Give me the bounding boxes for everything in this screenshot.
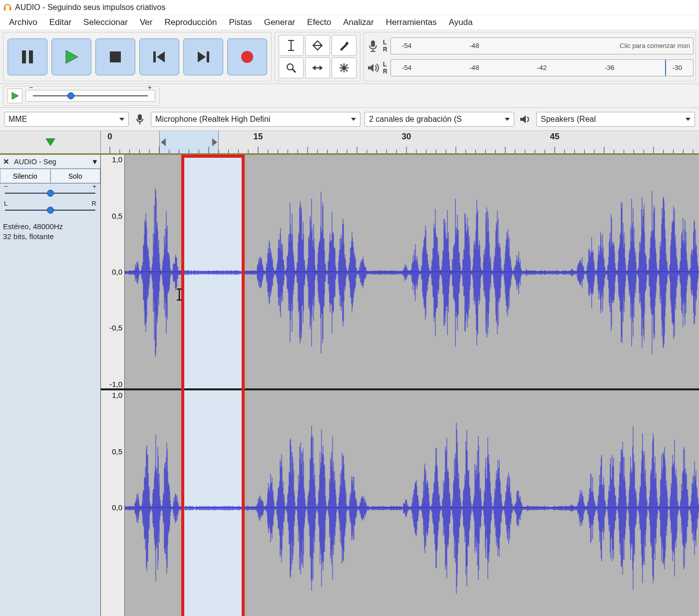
- pan-left-label: L: [4, 200, 7, 207]
- draw-tool-icon[interactable]: [332, 35, 356, 56]
- waveform-lane-left[interactable]: 1,00,50,0-0,5-1,0: [101, 155, 699, 390]
- pan-right-label: R: [92, 200, 96, 207]
- vertical-scale[interactable]: 1,00,50,0: [101, 390, 125, 616]
- microphone-icon[interactable]: [366, 39, 380, 53]
- multi-tool-icon[interactable]: [332, 57, 356, 78]
- ruler-tick-label: 45: [550, 132, 560, 142]
- svg-point-17: [287, 64, 293, 70]
- waveform-canvas[interactable]: [125, 155, 699, 388]
- track-info-line: 32 bits, flotante: [3, 232, 97, 242]
- play-tick: -36: [605, 64, 615, 71]
- svg-line-18: [293, 69, 296, 72]
- svg-rect-5: [110, 51, 121, 62]
- svg-marker-20: [313, 65, 316, 70]
- recording-device-select[interactable]: Microphone (Realtek High Defini: [151, 112, 360, 127]
- rec-meter-hint: Clic para comenzar mon: [391, 38, 693, 54]
- recording-meter[interactable]: -54 -48 -42-36-30 Clic para comenzar mon: [390, 37, 694, 54]
- svg-marker-21: [320, 65, 323, 70]
- track-format-info: Estéreo, 48000Hz 32 bits, flotante: [0, 218, 100, 246]
- play-tick: -42: [537, 64, 547, 71]
- menu-seleccionar[interactable]: Seleccionar: [77, 16, 134, 29]
- play-at-speed-button[interactable]: [7, 88, 22, 103]
- window-title: AUDIO - Seguindo seus impulsos criativos: [15, 3, 165, 12]
- menu-herramientas[interactable]: Herramientas: [380, 16, 443, 29]
- playback-device-value: Speakers (Real: [541, 115, 596, 124]
- window-titlebar: AUDIO - Seguindo seus impulsos criativos: [0, 0, 699, 15]
- record-button[interactable]: [227, 38, 267, 75]
- menu-reproduccion[interactable]: Reproducción: [158, 16, 223, 29]
- tracks-area: ✕ AUDIO - Seg ▼ Silencio Solo − + L R Es…: [0, 154, 699, 616]
- ruler-tick-label: 15: [254, 132, 263, 142]
- recording-meter-row: LR -54 -48 -42-36-30 Clic para comenzar …: [366, 35, 694, 56]
- vertical-scale[interactable]: 1,00,50,0-0,5-1,0: [101, 155, 125, 388]
- menu-efecto[interactable]: Efecto: [301, 16, 337, 29]
- stop-button[interactable]: [95, 38, 135, 75]
- envelope-tool-icon[interactable]: [305, 35, 330, 56]
- speaker-icon[interactable]: [366, 61, 380, 75]
- menu-archivo[interactable]: Archivo: [3, 16, 43, 29]
- play-tick: -48: [469, 64, 479, 71]
- track-name-label[interactable]: AUDIO - Seg: [12, 158, 89, 166]
- audio-host-select[interactable]: MME: [4, 112, 129, 127]
- svg-marker-8: [198, 51, 206, 62]
- mute-button[interactable]: Silencio: [0, 169, 50, 183]
- menu-pistas[interactable]: Pistas: [223, 16, 258, 29]
- skip-start-button[interactable]: [139, 38, 179, 75]
- svg-rect-6: [153, 51, 156, 62]
- svg-rect-9: [207, 51, 209, 62]
- recording-device-value: Microphone (Realtek High Defini: [155, 115, 270, 124]
- waveform-lanes[interactable]: 1,00,50,0-0,5-1,0 1,00,50,0: [101, 155, 699, 616]
- main-toolbar-row: LR -54 -48 -42-36-30 Clic para comenzar …: [0, 30, 699, 84]
- speaker-icon: [518, 112, 532, 126]
- play-meter-peak-indicator: [663, 60, 668, 76]
- svg-rect-1: [9, 7, 11, 10]
- pause-button[interactable]: [7, 38, 47, 75]
- svg-marker-7: [157, 51, 165, 62]
- timeline-pin-button[interactable]: [0, 131, 101, 153]
- play-tick: -54: [402, 64, 412, 71]
- track-control-panel: ✕ AUDIO - Seg ▼ Silencio Solo − + L R Es…: [0, 155, 101, 616]
- menu-ver[interactable]: Ver: [134, 16, 159, 29]
- menu-analizar[interactable]: Analizar: [337, 16, 379, 29]
- ruler-tick-label: 0: [107, 132, 112, 142]
- timeline-ruler[interactable]: 0153045: [101, 131, 699, 153]
- svg-rect-0: [4, 7, 6, 10]
- selection-tool-icon[interactable]: [279, 35, 304, 56]
- track-close-button[interactable]: ✕: [0, 158, 12, 166]
- play-button[interactable]: [51, 38, 91, 75]
- speed-max-label: +: [148, 83, 152, 91]
- ibeam-cursor-icon: [176, 288, 183, 302]
- pan-slider[interactable]: L R: [0, 201, 100, 218]
- gain-min-label: −: [4, 183, 8, 190]
- svg-rect-2: [22, 50, 26, 63]
- zoom-tool-icon[interactable]: [279, 57, 304, 78]
- svg-marker-31: [12, 92, 18, 99]
- menu-editar[interactable]: Editar: [43, 16, 77, 29]
- recording-channels-value: 2 canales de grabación (S: [369, 115, 462, 124]
- rec-channel-labels: LR: [383, 39, 387, 53]
- svg-marker-34: [520, 115, 526, 123]
- skip-end-button[interactable]: [183, 38, 223, 75]
- device-toolbar: MME Microphone (Realtek High Defini 2 ca…: [0, 108, 699, 131]
- speed-min-label: −: [29, 83, 33, 91]
- gain-slider[interactable]: − +: [0, 184, 100, 201]
- timeshift-tool-icon[interactable]: [305, 57, 330, 78]
- svg-rect-3: [29, 50, 33, 63]
- svg-rect-26: [371, 40, 375, 47]
- menu-ayuda[interactable]: Ayuda: [443, 16, 479, 29]
- menu-generar[interactable]: Generar: [258, 16, 301, 29]
- solo-button[interactable]: Solo: [50, 169, 101, 183]
- playback-device-select[interactable]: Speakers (Real: [536, 112, 695, 127]
- waveform-lane-right[interactable]: 1,00,50,0: [101, 390, 699, 616]
- playback-speed-slider[interactable]: − +: [25, 90, 155, 102]
- play-tick: -30: [672, 64, 682, 71]
- waveform-canvas[interactable]: [125, 390, 699, 616]
- recording-channels-select[interactable]: 2 canales de grabación (S: [364, 112, 514, 127]
- menu-bar: Archivo Editar Seleccionar Ver Reproducc…: [0, 15, 699, 30]
- meter-toolbar: LR -54 -48 -42-36-30 Clic para comenzar …: [363, 32, 696, 81]
- play-channel-labels: LR: [383, 61, 387, 75]
- track-menu-button[interactable]: ▼: [89, 158, 100, 166]
- playback-meter[interactable]: -54 -48 -42 -36 -30: [390, 59, 694, 76]
- microphone-icon: [133, 112, 147, 126]
- ruler-tick-label: 30: [402, 132, 411, 142]
